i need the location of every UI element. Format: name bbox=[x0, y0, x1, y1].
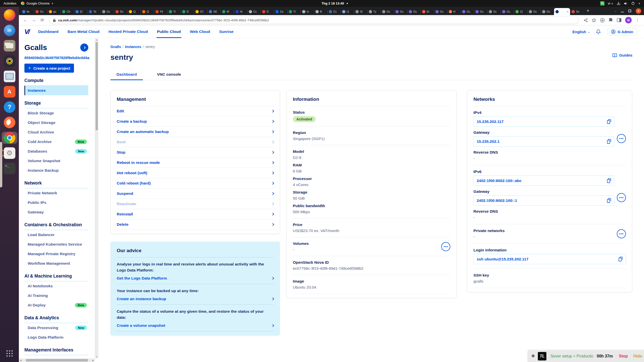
browser-tab[interactable]: Is bbox=[301, 8, 314, 15]
scrollbar-thumb[interactable] bbox=[26, 359, 88, 361]
browser-tab[interactable]: Sc bbox=[570, 8, 583, 15]
network-value-field[interactable]: 15.235.202.1 bbox=[473, 136, 614, 147]
management-action[interactable]: Create an automatic backup bbox=[117, 127, 274, 137]
management-action[interactable]: Reboot in rescue mode bbox=[117, 158, 274, 168]
browser-tab[interactable]: lie bbox=[21, 8, 34, 15]
minimize-button[interactable] bbox=[621, 12, 624, 12]
sidebar-item[interactable]: Managed Private Registry bbox=[24, 249, 88, 259]
nav-item[interactable]: Web Cloud bbox=[190, 25, 210, 38]
nav-item[interactable]: Public Cloud bbox=[157, 25, 181, 38]
sidebar-item[interactable]: Gateway bbox=[24, 207, 88, 217]
close-window-button[interactable]: ✕ bbox=[636, 8, 641, 14]
browser-tab[interactable]: Gc bbox=[434, 8, 447, 15]
create-project-button[interactable]: + Create a new project bbox=[24, 64, 74, 73]
management-action[interactable]: Create a backup bbox=[117, 116, 274, 127]
network-value-field[interactable]: ssh ubuntu@15.235.202.117 bbox=[473, 254, 626, 264]
activities-button[interactable]: Activities bbox=[4, 2, 16, 5]
power-icon[interactable] bbox=[631, 2, 635, 5]
browser-tab[interactable]: Za bbox=[274, 8, 287, 15]
browser-tab[interactable]: ht bbox=[234, 8, 247, 15]
sidebar-item[interactable]: Databases New bbox=[24, 147, 88, 156]
browser-tab[interactable]: Gc bbox=[101, 8, 114, 15]
chevron-down-icon[interactable]: ▼ bbox=[638, 2, 640, 5]
ovh-logo[interactable]: V/ bbox=[24, 28, 29, 36]
browser-tab[interactable]: Tr bbox=[287, 8, 301, 15]
back-button[interactable]: ← bbox=[21, 16, 29, 24]
nav-item[interactable]: Hosted Private Cloud bbox=[108, 25, 148, 38]
reload-button[interactable]: ⟳ bbox=[38, 16, 46, 24]
move-extension-icon[interactable] bbox=[600, 18, 605, 23]
browser-tab[interactable]: gc bbox=[47, 8, 61, 15]
browser-tab[interactable]: Dc bbox=[114, 8, 127, 15]
more-actions-button[interactable] bbox=[617, 193, 626, 202]
browser-tab[interactable]: × bbox=[554, 8, 570, 15]
copy-button[interactable] bbox=[607, 178, 611, 183]
copy-button[interactable] bbox=[607, 139, 611, 144]
management-action[interactable]: Cold reboot (hard) bbox=[117, 178, 274, 189]
collapse-sidebar-button[interactable] bbox=[80, 43, 88, 52]
sidebar-item[interactable]: Private Network bbox=[24, 188, 88, 198]
sidebar-item[interactable]: Managed Kubernetes Service bbox=[24, 240, 88, 249]
browser-tab[interactable]: Gc bbox=[381, 8, 394, 15]
sidebar-item[interactable]: Cold Archive Beta bbox=[24, 137, 88, 147]
dock-item-writer[interactable] bbox=[2, 70, 17, 82]
page-tab[interactable]: VNC console bbox=[151, 70, 187, 80]
copy-button[interactable] bbox=[607, 198, 611, 203]
management-action[interactable]: Reinstall bbox=[117, 209, 274, 219]
browser-tab[interactable]: Sl bbox=[354, 8, 367, 15]
timer-tl-tray-icon[interactable]: TL bbox=[600, 1, 605, 6]
browser-tab[interactable]: Gc bbox=[407, 8, 421, 15]
browser-tab[interactable]: M bbox=[221, 8, 234, 15]
dock-item-chrome[interactable] bbox=[2, 132, 17, 144]
browser-tab[interactable]: D bbox=[261, 8, 274, 15]
breadcrumb-item[interactable]: Gcalls bbox=[110, 45, 121, 49]
new-tab-button[interactable]: + bbox=[585, 8, 591, 14]
breadcrumb-item[interactable]: Instances bbox=[123, 45, 141, 49]
share-icon[interactable] bbox=[584, 18, 588, 22]
show-applications-button[interactable] bbox=[2, 347, 17, 359]
keyboard-layout-indicator[interactable]: vi ▼ bbox=[608, 2, 613, 5]
nav-item[interactable]: Dashboard bbox=[38, 25, 59, 38]
browser-tab[interactable]: Gc bbox=[501, 8, 514, 15]
browser-tab[interactable]: D bbox=[181, 8, 194, 15]
browser-tab[interactable]: Fil bbox=[154, 8, 167, 15]
breadcrumb-item[interactable]: sentry bbox=[143, 45, 155, 49]
browser-tab[interactable]: Sc bbox=[487, 8, 501, 15]
tracked-task-label[interactable]: Sever setup + Production ... bbox=[550, 354, 593, 358]
dock-item-software[interactable]: A bbox=[2, 86, 17, 98]
scroll-up-arrow[interactable]: ▲ bbox=[95, 39, 98, 41]
dock-item-terminal[interactable]: >_ bbox=[2, 162, 17, 174]
stop-timer-button[interactable]: Stop bbox=[619, 354, 628, 358]
user-account-button[interactable]: G Admin bbox=[607, 28, 637, 36]
browser-tab[interactable]: 2C bbox=[194, 8, 207, 15]
management-action[interactable]: Boot bbox=[117, 137, 274, 147]
page-tab[interactable]: Dashboard bbox=[110, 70, 143, 80]
browser-tab[interactable]: Cc bbox=[247, 8, 261, 15]
dock-item-help[interactable]: ? bbox=[2, 101, 17, 113]
focused-app-menu[interactable]: Google Chrome ▼ bbox=[21, 2, 54, 5]
more-actions-button[interactable] bbox=[441, 242, 450, 251]
management-action[interactable]: Reactivate bbox=[117, 199, 274, 209]
network-value-field[interactable]: 2402:1f00:8002:100::1 bbox=[473, 195, 614, 206]
sidebar-item[interactable]: AI Notebooks bbox=[24, 281, 88, 291]
browser-tab[interactable]: H bbox=[447, 8, 461, 15]
sidebar-item[interactable]: Object Storage bbox=[24, 118, 88, 127]
hide-widget-button[interactable]: Hide bbox=[633, 354, 642, 358]
profile-avatar[interactable]: N bbox=[625, 17, 632, 23]
close-icon[interactable]: × bbox=[567, 10, 569, 13]
project-id[interactable]: 8594039d2c36497597829f9ebd4c0d4a bbox=[24, 56, 88, 60]
copy-button[interactable] bbox=[607, 119, 611, 124]
guides-link[interactable]: Guides bbox=[612, 53, 632, 58]
sidebar-item[interactable]: Instances bbox=[24, 86, 88, 95]
browser-tab[interactable]: Q bbox=[127, 8, 141, 15]
forward-button[interactable]: → bbox=[30, 16, 37, 24]
browser-tab[interactable]: Ch bbox=[61, 8, 74, 15]
sidebar-item[interactable]: Logs Data Platform bbox=[24, 333, 88, 342]
clock[interactable]: Thg 2 18 13:40 bbox=[321, 2, 348, 5]
browser-tab[interactable]: Cc bbox=[327, 8, 341, 15]
browser-tab[interactable]: Gc bbox=[34, 8, 47, 15]
sidebar-horizontal-scrollbar[interactable]: ◀ ▶ bbox=[19, 358, 95, 362]
sidebar-item[interactable]: Block Storage bbox=[24, 108, 88, 118]
browser-tab[interactable]: SE bbox=[207, 8, 221, 15]
nav-item[interactable]: Sunrise bbox=[219, 25, 233, 38]
